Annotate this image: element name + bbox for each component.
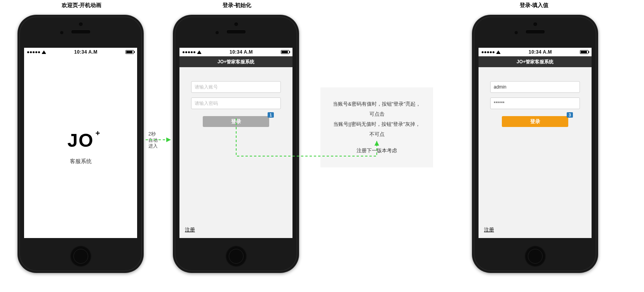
login-body: admin ****** 登录 3 注册	[479, 67, 592, 238]
app-header: JO+管家客服系统	[479, 56, 592, 67]
note-line2: 当账号||密码无值时，按钮"登录"灰掉，不可点	[331, 119, 422, 139]
splash-subtitle: 客服系统	[70, 158, 92, 165]
login-body: 请输入账号 请输入密码 登录 1 注册	[179, 67, 292, 238]
sensor-dot	[216, 31, 219, 34]
home-button[interactable]	[524, 245, 546, 267]
signal-icon	[183, 51, 195, 53]
camera-dot	[79, 23, 82, 26]
phone-login-filled: 10:34 A.M JO+管家客服系统 admin ****** 登录 3 注册	[472, 15, 598, 273]
annotation-note: 当账号&密码有值时，按钮"登录"亮起，可点击 当账号||密码无值时，按钮"登录"…	[320, 87, 433, 167]
clock: 10:34 A.M	[529, 49, 552, 55]
clock: 10:34 A.M	[230, 49, 253, 55]
splash-content: JO+ 客服系统	[24, 56, 137, 238]
note-line1: 当账号&密码有值时，按钮"登录"亮起，可点击	[331, 99, 422, 119]
login-button[interactable]: 登录 3	[502, 116, 568, 127]
screen-area: 10:34 A.M JO+ 客服系统	[24, 48, 137, 238]
screen-area: 10:34 A.M JO+管家客服系统 admin ****** 登录 3 注册	[479, 48, 592, 238]
login-button: 登录 1	[203, 116, 269, 127]
camera-dot	[533, 23, 537, 26]
speaker-slot	[71, 30, 90, 33]
screen2-title: 登录-初始化	[208, 2, 266, 9]
screen1-title: 欢迎页-开机动画	[52, 2, 111, 9]
auto-enter-label: 2秒 自动 进入	[148, 131, 158, 149]
battery-icon	[125, 50, 134, 54]
camera-dot	[234, 23, 238, 26]
account-input[interactable]: admin	[490, 81, 580, 93]
logo: JO+	[67, 130, 94, 151]
signal-icon	[27, 51, 40, 53]
password-input[interactable]: 请输入密码	[191, 97, 281, 109]
app-header: JO+管家客服系统	[179, 56, 292, 67]
note-line3: 注册下一版本考虑	[331, 146, 422, 156]
annotation-badge-3: 3	[567, 112, 573, 118]
password-input[interactable]: ******	[490, 97, 580, 109]
register-link[interactable]: 注册	[185, 226, 195, 233]
wifi-icon	[496, 50, 501, 54]
account-input[interactable]: 请输入账号	[191, 81, 281, 93]
screen-area: 10:34 A.M JO+管家客服系统 请输入账号 请输入密码 登录 1 注册	[179, 48, 292, 238]
home-button[interactable]	[225, 245, 247, 267]
screen3-title: 登录-填入值	[505, 2, 563, 9]
annotation-badge-1: 1	[268, 112, 274, 118]
wifi-icon	[197, 50, 202, 54]
clock: 10:34 A.M	[74, 49, 97, 55]
sensor-dot	[60, 31, 63, 34]
phone-login-init: 10:34 A.M JO+管家客服系统 请输入账号 请输入密码 登录 1 注册	[173, 15, 299, 273]
status-bar: 10:34 A.M	[24, 48, 137, 56]
home-button[interactable]	[70, 245, 92, 267]
phone-welcome: 10:34 A.M JO+ 客服系统	[17, 15, 144, 273]
battery-icon	[281, 50, 289, 54]
status-bar: 10:34 A.M	[179, 48, 292, 56]
signal-icon	[482, 51, 494, 53]
register-link[interactable]: 注册	[484, 226, 494, 233]
speaker-slot	[526, 30, 545, 33]
sensor-dot	[515, 31, 518, 34]
speaker-slot	[227, 30, 245, 33]
wifi-icon	[42, 50, 46, 54]
battery-icon	[580, 50, 588, 54]
status-bar: 10:34 A.M	[479, 48, 592, 56]
